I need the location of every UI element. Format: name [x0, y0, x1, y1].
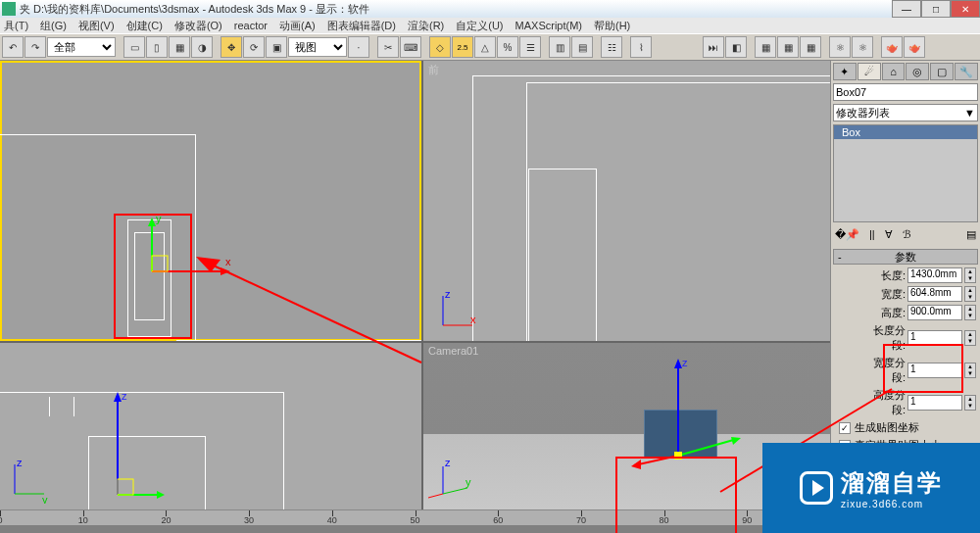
menu-animation[interactable]: 动画(A)	[279, 19, 316, 33]
quick-render-button[interactable]: ⚛	[852, 36, 873, 58]
modifier-list-label: 修改器列表	[836, 106, 890, 121]
utilities-tab[interactable]: 🔧	[955, 63, 978, 80]
modifier-stack[interactable]: Box	[833, 124, 978, 222]
svg-text:y: y	[156, 213, 162, 224]
edit-named-button[interactable]: ☰	[519, 36, 541, 58]
selection-set-dropdown[interactable]: 全部	[47, 37, 116, 57]
redo-button[interactable]: ↷	[24, 36, 46, 58]
display-tab[interactable]: ▢	[930, 63, 954, 80]
close-button[interactable]: ✕	[951, 0, 980, 18]
percent-snap-button[interactable]: △	[474, 36, 496, 58]
menu-group[interactable]: 组(G)	[40, 19, 67, 33]
move-button[interactable]: ✥	[220, 36, 242, 58]
hsegs-input[interactable]: 1	[907, 395, 962, 411]
gen-mapcoords-checkbox[interactable]: ✓生成贴图坐标	[833, 420, 978, 435]
watermark-brand: 溜溜自学	[841, 467, 943, 499]
width-input[interactable]: 604.8mm	[907, 286, 962, 302]
svg-marker-1	[148, 218, 156, 226]
render-type-button[interactable]: ⚛	[829, 36, 851, 58]
hsegs-spinner[interactable]: ▲▼	[964, 395, 976, 411]
command-panel-tabs: ✦ ☄ ⌂ ◎ ▢ 🔧	[833, 63, 978, 80]
lsegs-input[interactable]: 1	[907, 330, 962, 346]
angle-snap-button[interactable]: 2.5	[452, 36, 473, 58]
svg-rect-16	[118, 479, 133, 495]
length-spinner[interactable]: ▲▼	[964, 267, 976, 283]
object-name-input[interactable]	[833, 83, 978, 101]
snap-toggle-button[interactable]: ◇	[429, 36, 451, 58]
height-spinner[interactable]: ▲▼	[964, 305, 976, 320]
lsegs-spinner[interactable]: ▲▼	[964, 330, 976, 346]
render-scene-button[interactable]: ▦	[800, 36, 821, 58]
menu-maxscript[interactable]: MAXScript(M)	[515, 20, 582, 31]
wsegs-spinner[interactable]: ▲▼	[964, 363, 976, 378]
scale-button[interactable]: ▣	[266, 36, 287, 58]
teapot2-button[interactable]: 🫖	[904, 36, 925, 58]
svg-text:x: x	[225, 256, 231, 267]
menu-customize[interactable]: 自定义(U)	[456, 19, 503, 33]
height-input[interactable]: 900.0mm	[907, 305, 962, 320]
create-tab[interactable]: ✦	[833, 63, 857, 80]
wsegs-input[interactable]: 1	[907, 363, 962, 378]
menu-modifiers[interactable]: 修改器(O)	[174, 19, 222, 33]
teapot1-button[interactable]: 🫖	[881, 36, 903, 58]
modifier-list-dropdown[interactable]: 修改器列表▼	[833, 104, 978, 121]
menu-create[interactable]: 创建(C)	[126, 19, 163, 33]
refcoord-dropdown[interactable]: 视图	[288, 37, 347, 57]
select-object-button[interactable]: ▯	[146, 36, 168, 58]
width-spinner[interactable]: ▲▼	[964, 286, 976, 302]
spinner-snap-button[interactable]: %	[497, 36, 518, 58]
svg-marker-25	[731, 437, 741, 445]
curve-editor-button[interactable]: ⌇	[630, 36, 652, 58]
length-label: 长度:	[860, 268, 906, 283]
menu-help[interactable]: 帮助(H)	[594, 19, 630, 33]
menu-views[interactable]: 视图(V)	[78, 19, 115, 33]
svg-rect-28	[674, 452, 682, 460]
minimize-button[interactable]: —	[892, 0, 921, 18]
configure-sets-icon[interactable]: ▤	[966, 228, 976, 241]
viewport-front[interactable]: 前 z x	[423, 61, 830, 341]
move-gizmo-icon: y x	[132, 213, 250, 291]
next-button[interactable]: ⏭	[703, 36, 724, 58]
keyboard-button[interactable]: ⌨	[400, 36, 421, 58]
hierarchy-tab[interactable]: ⌂	[882, 63, 906, 80]
schematic-button[interactable]: ▦	[755, 36, 776, 58]
time-slider-ruler[interactable]: 0102030405060708090100	[0, 509, 830, 525]
select-button[interactable]: ▭	[123, 36, 145, 58]
select-manipulate-button[interactable]: ✂	[377, 36, 399, 58]
viewport-top[interactable]: y x	[0, 61, 421, 341]
svg-marker-12	[114, 392, 122, 402]
params-rollout-header[interactable]: -参数	[833, 249, 978, 265]
window-crossing-button[interactable]: ◑	[191, 36, 213, 58]
show-end-icon[interactable]: ||	[869, 228, 875, 240]
pivot-button[interactable]: ·	[348, 36, 369, 58]
material-editor-button[interactable]: ▦	[777, 36, 799, 58]
maximize-button[interactable]: □	[921, 0, 951, 18]
stack-tools: �📌 || ∀ ℬ ▤	[833, 225, 978, 243]
stack-item[interactable]: Box	[834, 125, 977, 139]
align-button[interactable]: ▤	[571, 36, 593, 58]
svg-text:x: x	[470, 314, 476, 325]
motion-tab[interactable]: ◎	[906, 63, 929, 80]
menu-reactor[interactable]: reactor	[234, 20, 268, 31]
menu-grapheditors[interactable]: 图表编辑器(D)	[327, 19, 396, 33]
viewport-label: Camera01	[428, 345, 478, 357]
eraser-button[interactable]: ◧	[725, 36, 747, 58]
watermark: 溜溜自学 zixue.3d66.com	[762, 443, 980, 533]
length-input[interactable]: 1430.0mm	[907, 267, 962, 283]
remove-mod-icon[interactable]: ℬ	[903, 228, 911, 241]
svg-text:y: y	[42, 494, 48, 504]
width-label: 宽度:	[860, 287, 906, 302]
move-gizmo-icon: z	[619, 353, 757, 490]
menu-rendering[interactable]: 渲染(R)	[408, 19, 444, 33]
undo-button[interactable]: ↶	[2, 36, 24, 58]
layers-button[interactable]: ☷	[601, 36, 622, 58]
menu-tools[interactable]: 具(T)	[4, 19, 28, 33]
viewport-left[interactable]: z z y	[0, 343, 421, 509]
make-unique-icon[interactable]: ∀	[885, 228, 893, 241]
main-toolbar: ↶ ↷ 全部 ▭ ▯ ▦ ◑ ✥ ⟳ ▣ 视图 · ✂ ⌨ ◇ 2.5 △ % …	[0, 33, 980, 61]
pin-stack-icon[interactable]: �📌	[835, 228, 859, 241]
rotate-button[interactable]: ⟳	[243, 36, 265, 58]
modify-tab[interactable]: ☄	[858, 63, 881, 80]
select-region-button[interactable]: ▦	[169, 36, 190, 58]
mirror-button[interactable]: ▥	[549, 36, 570, 58]
